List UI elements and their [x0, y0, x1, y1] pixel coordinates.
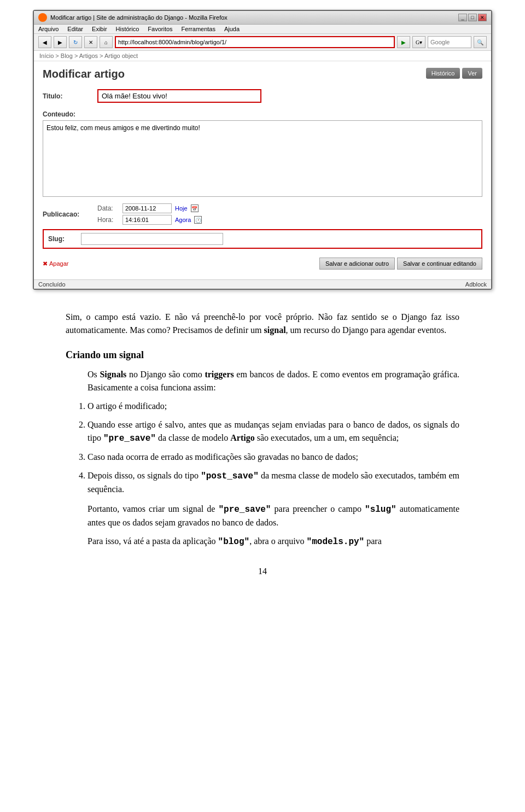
hora-label: Hora:: [97, 216, 119, 224]
slug-input[interactable]: [81, 233, 223, 245]
section-intro-para: Os Signals no Django são como triggers e…: [88, 368, 459, 394]
titulo-row: Titulo:: [43, 87, 482, 105]
para-isso-paragraph: Para isso, vá até a pasta da aplicação "…: [88, 535, 459, 548]
google-dropdown[interactable]: G▾: [412, 36, 425, 48]
titulo-label: Titulo:: [43, 92, 97, 100]
conteudo-section: Conteudo: Estou feliz, com meus amigos e…: [43, 110, 482, 199]
browser-title: Modificar artigo | Site de administração…: [50, 14, 228, 21]
menu-ajuda[interactable]: Ajuda: [224, 26, 240, 32]
menu-favoritos[interactable]: Favoritos: [148, 26, 172, 32]
menu-editar[interactable]: Editar: [67, 26, 83, 32]
title-left: Modificar artigo | Site de administração…: [38, 13, 228, 22]
delete-link[interactable]: ✖ Apagar: [43, 260, 68, 267]
publicacao-label: Publicacao:: [43, 211, 97, 218]
hoje-link[interactable]: Hoje: [175, 205, 188, 212]
data-input[interactable]: [122, 203, 172, 213]
menu-ferramentas[interactable]: Ferramentas: [182, 26, 215, 32]
portanto-paragraph: Portanto, vamos criar um signal de "pre_…: [88, 503, 459, 529]
page-header: Modificar artigo Histórico Ver: [43, 68, 482, 80]
django-admin-panel: Modificar artigo Histórico Ver Titulo: C…: [34, 61, 491, 279]
search-button[interactable]: 🔍: [474, 36, 487, 48]
browser-window: Modificar artigo | Site de administração…: [33, 10, 492, 290]
slug-label: Slug:: [48, 235, 81, 243]
calendar-icon[interactable]: 📅: [191, 205, 199, 212]
browser-content: Modificar artigo Histórico Ver Titulo: C…: [34, 61, 491, 289]
conteudo-label: Conteudo:: [43, 110, 482, 118]
hora-row: Hora: Agora 🕐: [97, 215, 202, 225]
pub-fields: Data: Hoje 📅 Hora: Agora 🕐: [97, 203, 202, 225]
stop-button[interactable]: ✕: [84, 36, 97, 48]
clock-icon[interactable]: 🕐: [194, 216, 202, 224]
forward-button[interactable]: ▶: [54, 36, 67, 48]
menu-exibir[interactable]: Exibir: [92, 26, 107, 32]
article-body: Sim, o campo está vazio. E não vá preenc…: [33, 300, 492, 594]
save-buttons: Salvar e adicionar outro Salvar e contin…: [319, 258, 482, 270]
go-button[interactable]: ▶: [397, 36, 410, 48]
section-title: Criando um signal: [66, 348, 459, 363]
titulo-input[interactable]: [97, 89, 261, 103]
list-item-3: Caso nada ocorra de errado as modificaçõ…: [88, 451, 459, 464]
list-item-2: Quando esse artigo é salvo, antes que as…: [88, 418, 459, 445]
save-continue-button[interactable]: Salvar e continuar editando: [397, 258, 482, 270]
hora-input[interactable]: [122, 215, 172, 225]
address-bar[interactable]: [115, 36, 395, 48]
conteudo-textarea[interactable]: Estou feliz, com meus amigos e me divert…: [43, 120, 482, 197]
browser-menubar: Arquivo Editar Exibir Histórico Favorito…: [34, 25, 491, 34]
historico-button[interactable]: Histórico: [426, 68, 460, 79]
intro-paragraph: Sim, o campo está vazio. E não vá preenc…: [66, 311, 459, 337]
form-actions: ✖ Apagar Salvar e adicionar outro Salvar…: [43, 254, 482, 273]
menu-arquivo[interactable]: Arquivo: [38, 26, 59, 32]
maximize-button[interactable]: □: [468, 14, 477, 21]
list-item-4: Depois disso, os signals do tipo "post_s…: [88, 469, 459, 496]
page-title: Modificar artigo: [43, 68, 125, 80]
close-button[interactable]: ✕: [478, 14, 487, 21]
data-label: Data:: [97, 205, 119, 212]
firefox-icon: [38, 13, 47, 22]
browser-titlebar: Modificar artigo | Site de administração…: [34, 11, 491, 25]
browser-statusbar: Concluído Adblock: [34, 279, 491, 289]
save-add-button[interactable]: Salvar e adicionar outro: [319, 258, 395, 270]
search-box[interactable]: [428, 36, 471, 48]
list-item-1: O artigo é modificado;: [88, 400, 459, 413]
window-controls[interactable]: _ □ ✕: [458, 14, 487, 21]
data-row: Data: Hoje 📅: [97, 203, 202, 213]
status-text: Concluído: [38, 281, 66, 288]
minimize-button[interactable]: _: [458, 14, 467, 21]
breadcrumb: Início > Blog > Artigos > Artigo object: [34, 51, 491, 61]
agora-link[interactable]: Agora: [175, 217, 191, 223]
ver-button[interactable]: Ver: [462, 68, 482, 79]
steps-list: O artigo é modificado; Quando esse artig…: [88, 400, 459, 496]
reload-button[interactable]: ↻: [69, 36, 82, 48]
browser-toolbar: ◀ ▶ ↻ ✕ ⌂ ▶ G▾ 🔍: [34, 34, 491, 51]
page-number: 14: [66, 554, 459, 583]
adblock-label: Adblock: [465, 281, 487, 288]
delete-icon: ✖: [43, 260, 48, 267]
back-button[interactable]: ◀: [38, 36, 51, 48]
menu-historico[interactable]: Histórico: [116, 26, 139, 32]
slug-row: Slug:: [43, 229, 482, 249]
publicacao-row: Publicacao: Data: Hoje 📅 Hora: Agora 🕐: [43, 203, 482, 225]
header-buttons: Histórico Ver: [426, 68, 482, 79]
home-button[interactable]: ⌂: [100, 36, 113, 48]
